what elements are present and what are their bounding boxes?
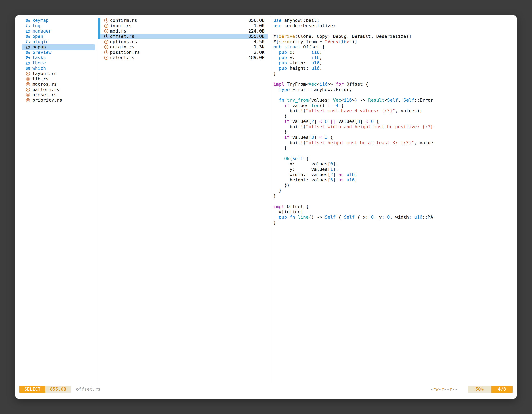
sidebar-item-log[interactable]: log <box>22 23 95 29</box>
code-line: bail!("offset must have 4 values: {:?}",… <box>273 108 436 114</box>
sidebar-item-pattern-rs[interactable]: pattern.rs <box>22 87 95 92</box>
file-size: 1.0K <box>254 23 265 29</box>
file-manager-window: keymaplogmanageropenpluginpopuppreviewta… <box>15 15 517 399</box>
file-size: 489.0B <box>248 55 265 60</box>
rust-file-icon <box>26 72 30 76</box>
sidebar-item-label: tasks <box>32 55 46 60</box>
file-name: input.rs <box>110 23 132 29</box>
sidebar-item-preview[interactable]: preview <box>22 50 95 55</box>
sidebar-item-layout-rs[interactable]: layout.rs <box>22 71 95 76</box>
sidebar-item-label: manager <box>32 29 51 34</box>
sidebar-item-lib-rs[interactable]: lib.rs <box>22 76 95 82</box>
file-name: confirm.rs <box>110 18 137 23</box>
code-line: fn try_from(values: Vec<i16>) -> Result<… <box>273 97 436 103</box>
code-line: }) <box>273 183 436 188</box>
file-name: position.rs <box>110 50 140 55</box>
file-size: 224.0B <box>248 29 265 34</box>
code-line: pub y: i16, <box>273 55 436 60</box>
rust-file-icon <box>104 29 108 33</box>
folder-icon <box>26 51 31 54</box>
folder-icon <box>26 61 31 65</box>
code-line: impl Offset { <box>273 204 436 209</box>
sidebar-item-keymap[interactable]: keymap <box>22 18 95 23</box>
rust-file-icon <box>104 45 108 49</box>
code-line: x: values[0], <box>273 161 436 167</box>
rust-file-icon <box>104 34 108 39</box>
code-line: } <box>273 129 436 135</box>
code-line: #[derive(Clone, Copy, Debug, Default, De… <box>273 34 436 39</box>
rust-file-icon <box>26 87 30 92</box>
code-line: } <box>273 71 436 76</box>
code-line: bail!("offset height must be at least 3:… <box>273 140 436 145</box>
code-line: if values[3] < 3 { <box>273 135 436 140</box>
folder-icon <box>26 24 31 28</box>
scroll-percent-badge: 50% <box>468 386 492 393</box>
folder-icon <box>26 45 31 49</box>
rust-file-icon <box>104 56 108 60</box>
sidebar-item-label: macros.rs <box>32 82 57 87</box>
code-line: } <box>273 114 436 119</box>
sidebar-item-popup[interactable]: popup <box>22 44 95 50</box>
file-row-offset-rs[interactable]: offset.rs855.0B <box>98 34 268 39</box>
file-row-origin-rs[interactable]: origin.rs1.3K <box>98 44 268 50</box>
sidebar-item-label: pattern.rs <box>32 87 59 92</box>
code-line: impl TryFrom<Vec<i16>> for Offset { <box>273 82 436 87</box>
file-size: 856.0B <box>248 18 265 23</box>
file-name: options.rs <box>110 39 137 44</box>
sidebar-item-macros-rs[interactable]: macros.rs <box>22 82 95 87</box>
sidebar-item-priority-rs[interactable]: priority.rs <box>22 97 95 103</box>
file-row-confirm-rs[interactable]: confirm.rs856.0B <box>98 18 268 23</box>
sidebar-item-theme[interactable]: theme <box>22 60 95 66</box>
status-right-group: -rw-r--r-- 50% 4/8 <box>430 386 513 393</box>
sidebar-item-plugin[interactable]: plugin <box>22 39 95 44</box>
file-row-options-rs[interactable]: options.rs4.5K <box>98 39 268 44</box>
code-line <box>273 29 436 34</box>
rust-file-icon <box>26 72 31 76</box>
file-name: offset.rs <box>110 34 134 39</box>
code-line: use serde::Deserialize; <box>273 23 436 29</box>
folder-icon <box>26 40 31 44</box>
sidebar-item-label: which <box>32 66 46 71</box>
folder-icon <box>26 19 31 22</box>
code-line: } <box>273 145 436 151</box>
file-row-mod-rs[interactable]: mod.rs224.0B <box>98 29 268 34</box>
code-line: height: values[3] as u16, <box>273 177 436 183</box>
code-line: pub width: u16, <box>273 60 436 66</box>
rust-file-icon <box>26 82 30 86</box>
code-preview: use anyhow::bail;use serde::Deserialize;… <box>273 18 436 225</box>
code-line <box>273 151 436 156</box>
code-line: Ok(Self { <box>273 156 436 161</box>
status-bar: SELECT 855.0B offset.rs -rw-r--r-- 50% 4… <box>19 386 513 393</box>
sidebar-item-preset-rs[interactable]: preset.rs <box>22 92 95 97</box>
rust-file-icon <box>26 87 31 92</box>
rust-file-icon <box>26 98 31 102</box>
mode-badge: SELECT <box>19 386 45 393</box>
rust-file-icon <box>104 50 108 54</box>
sidebar-item-label: log <box>32 23 40 29</box>
rust-file-icon <box>26 77 31 81</box>
sidebar-item-label: theme <box>32 60 46 66</box>
sidebar-item-label: popup <box>32 44 46 50</box>
selection-marker-bar <box>98 18 100 39</box>
sidebar-item-label: preset.rs <box>32 92 57 97</box>
file-row-select-rs[interactable]: select.rs489.0B <box>98 55 268 60</box>
folder-icon <box>26 29 31 33</box>
file-name: origin.rs <box>110 44 134 50</box>
sidebar-item-label: lib.rs <box>32 76 48 82</box>
sidebar-item-label: open <box>32 34 43 39</box>
sidebar-item-manager[interactable]: manager <box>22 29 95 34</box>
folder-icon <box>26 67 31 70</box>
file-row-input-rs[interactable]: input.rs1.0K <box>98 23 268 29</box>
sidebar-item-which[interactable]: which <box>22 66 95 71</box>
sidebar-item-label: keymap <box>32 18 48 23</box>
file-name: mod.rs <box>110 29 126 34</box>
code-line <box>273 199 436 204</box>
folder-icon <box>26 35 31 38</box>
code-line: use anyhow::bail; <box>273 18 436 23</box>
file-row-position-rs[interactable]: position.rs2.0K <box>98 50 268 55</box>
file-size: 1.3K <box>254 44 265 50</box>
sidebar-item-open[interactable]: open <box>22 34 95 39</box>
sidebar-item-tasks[interactable]: tasks <box>22 55 95 60</box>
code-line: pub x: i16, <box>273 50 436 55</box>
rust-file-icon <box>104 40 108 44</box>
